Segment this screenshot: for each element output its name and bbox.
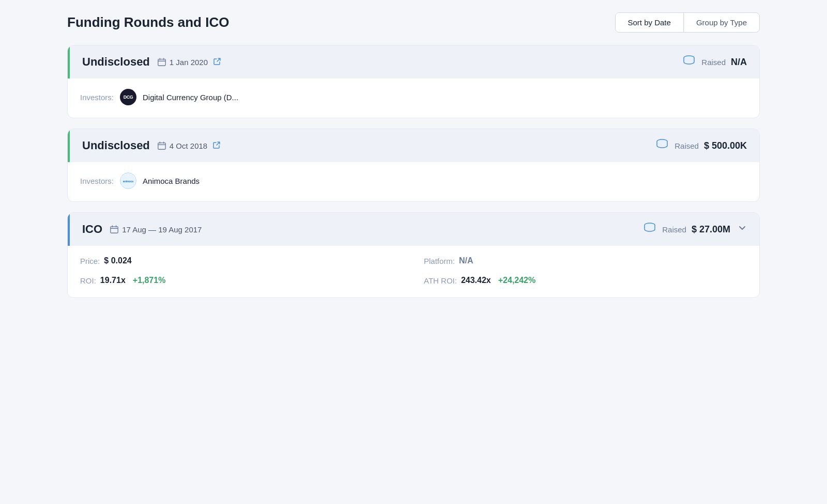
chevron-down-icon[interactable]	[738, 224, 747, 235]
raised-label-1: Raised	[701, 58, 726, 67]
investor-name-1[interactable]: Digital Currency Group (D...	[143, 93, 238, 102]
round-date-group-3: 17 Aug — 19 Aug 2017	[110, 225, 202, 234]
raised-amount-1: N/A	[731, 57, 747, 68]
round-date-group-2: 4 Oct 2018	[157, 141, 221, 151]
svg-rect-0	[158, 59, 165, 66]
raised-label-3: Raised	[662, 225, 686, 234]
investor-logo-animoca: animoca	[120, 172, 136, 189]
price-row: Price: $ 0.024	[80, 256, 403, 265]
ath-roi-value: 243.42x	[461, 276, 491, 285]
investor-name-2[interactable]: Animoca Brands	[143, 177, 200, 185]
round-card-2: Undisclosed 4 Oct 2018	[67, 129, 760, 202]
ath-roi-row: ATH ROI: 243.42x +24,242%	[424, 276, 747, 285]
svg-rect-2	[158, 143, 165, 150]
coins-icon-1	[682, 55, 696, 69]
round-date-group-1: 1 Jan 2020	[157, 57, 221, 67]
sort-by-date-button[interactable]: Sort by Date	[616, 13, 684, 32]
ath-roi-percent: +24,242%	[498, 276, 536, 285]
round-card-1: Undisclosed 1 Jan 2020	[67, 45, 760, 118]
calendar-icon-3	[110, 225, 119, 234]
ath-roi-label: ATH ROI:	[424, 276, 457, 285]
round-header-3: ICO 17 Aug — 19 Aug 2017	[68, 213, 759, 246]
investors-row-1: Investors: DCG Digital Currency Group (D…	[80, 89, 747, 105]
header-button-group: Sort by Date Group by Type	[615, 12, 760, 33]
platform-label: Platform:	[424, 257, 455, 265]
raised-amount-3: $ 27.00M	[692, 224, 730, 235]
ico-details: Price: $ 0.024 Platform: N/A ROI: 19.71x…	[68, 246, 759, 297]
round-date-1: 1 Jan 2020	[170, 58, 208, 67]
calendar-icon-2	[157, 141, 166, 150]
roi-value: 19.71x	[100, 276, 126, 285]
price-value: $ 0.024	[104, 256, 131, 265]
roi-label: ROI:	[80, 276, 96, 285]
page-container: Funding Rounds and ICO Sort by Date Grou…	[67, 12, 760, 298]
round-header-right-2: Raised $ 500.00K	[655, 138, 747, 153]
investors-row-2: Investors: animoca Animoca Brands	[80, 172, 747, 189]
roi-percent: +1,871%	[133, 276, 166, 285]
round-body-1: Investors: DCG Digital Currency Group (D…	[68, 78, 759, 118]
round-header-right-1: Raised N/A	[682, 55, 747, 69]
roi-row: ROI: 19.71x +1,871%	[80, 276, 403, 285]
group-by-type-button[interactable]: Group by Type	[684, 13, 759, 32]
round-card-3: ICO 17 Aug — 19 Aug 2017	[67, 212, 760, 298]
price-label: Price:	[80, 257, 100, 265]
platform-row: Platform: N/A	[424, 256, 747, 265]
raised-label-2: Raised	[675, 141, 699, 150]
investors-label-1: Investors:	[80, 93, 114, 102]
round-header-left-2: Undisclosed 4 Oct 2018	[82, 139, 221, 152]
investors-label-2: Investors:	[80, 177, 114, 185]
round-header-2: Undisclosed 4 Oct 2018	[68, 129, 759, 162]
round-header-1: Undisclosed 1 Jan 2020	[68, 45, 759, 78]
round-body-2: Investors: animoca Animoca Brands	[68, 162, 759, 201]
page-header: Funding Rounds and ICO Sort by Date Grou…	[67, 12, 760, 33]
investor-logo-dcg: DCG	[120, 89, 136, 105]
svg-rect-6	[111, 227, 118, 233]
raised-amount-2: $ 500.00K	[704, 140, 747, 151]
round-type-2: Undisclosed	[82, 139, 150, 152]
external-link-icon-2[interactable]	[212, 141, 221, 151]
round-date-3: 17 Aug — 19 Aug 2017	[122, 225, 202, 234]
svg-text:animoca: animoca	[123, 180, 134, 183]
round-header-right-3: Raised $ 27.00M	[642, 222, 747, 237]
platform-value: N/A	[459, 256, 473, 265]
coins-icon-2	[655, 138, 669, 153]
page-title: Funding Rounds and ICO	[67, 14, 229, 30]
round-header-left-1: Undisclosed 1 Jan 2020	[82, 55, 221, 69]
external-link-icon-1[interactable]	[213, 57, 221, 67]
round-type-3: ICO	[82, 223, 102, 236]
round-header-left-3: ICO 17 Aug — 19 Aug 2017	[82, 223, 202, 236]
round-type-1: Undisclosed	[82, 55, 150, 69]
coins-icon-3	[642, 222, 657, 237]
round-date-2: 4 Oct 2018	[170, 141, 207, 150]
calendar-icon-1	[157, 57, 166, 67]
